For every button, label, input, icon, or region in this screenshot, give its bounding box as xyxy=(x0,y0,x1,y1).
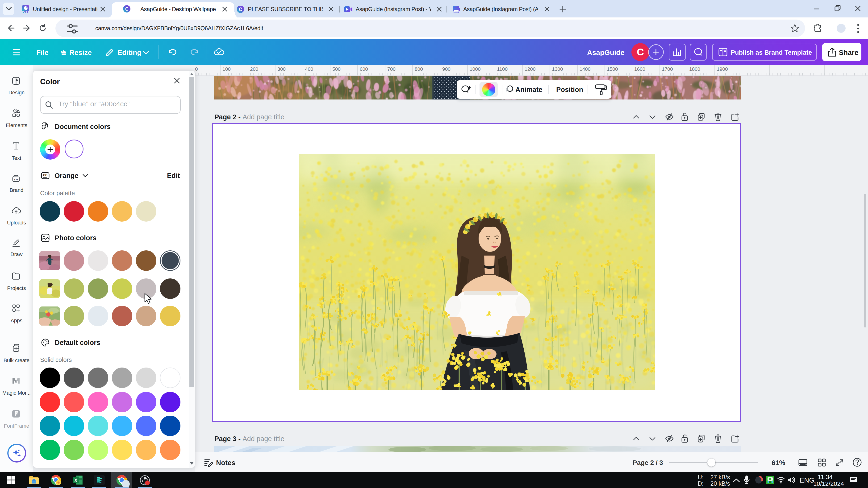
svg-text:co: co xyxy=(14,177,18,181)
svg-text:CO: CO xyxy=(43,173,48,177)
